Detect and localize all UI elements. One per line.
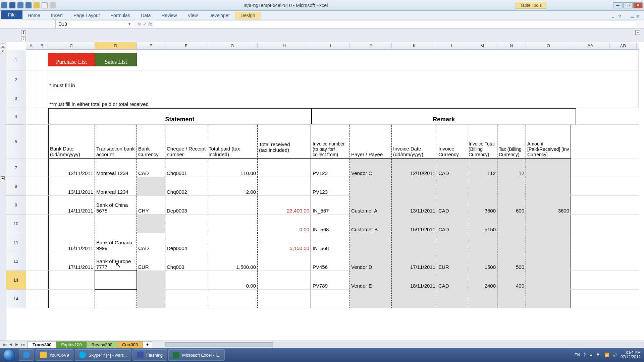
cell[interactable] <box>36 215 48 233</box>
cell[interactable] <box>437 290 467 308</box>
sheet-nav-prev-icon[interactable]: ◀ <box>8 342 13 347</box>
selected-cell[interactable] <box>95 271 137 289</box>
table-header[interactable]: Bank Currency <box>137 125 165 159</box>
col-header[interactable]: G <box>207 42 258 49</box>
cell[interactable] <box>36 108 48 124</box>
save-icon[interactable] <box>9 2 15 8</box>
table-header[interactable]: Invoice Currency <box>437 125 467 159</box>
cell[interactable]: CAD <box>437 215 467 233</box>
cell[interactable] <box>36 159 48 177</box>
minimize-button[interactable]: — <box>613 2 623 8</box>
undo-icon[interactable] <box>17 2 23 8</box>
cell[interactable] <box>26 196 36 214</box>
purchase-list-button[interactable]: Purchase List <box>48 53 95 66</box>
cell[interactable]: CAD <box>137 233 165 252</box>
cell[interactable] <box>165 271 207 289</box>
table-header[interactable]: Bank Date (dd/mm/yyyy) <box>48 125 95 159</box>
cell[interactable]: 600 <box>497 196 526 214</box>
taskbar-excel[interactable]: Microsoft Excel - I... <box>168 349 225 361</box>
cell[interactable] <box>36 290 48 308</box>
cell[interactable] <box>26 271 36 289</box>
cell[interactable] <box>26 252 36 270</box>
cell[interactable]: 17/11/2011 <box>392 252 437 270</box>
sheet-nav-first-icon[interactable]: ⏮ <box>2 342 7 347</box>
cell[interactable] <box>497 290 526 308</box>
fx-icon[interactable]: fx <box>148 21 152 27</box>
cell[interactable]: 3600 <box>467 196 497 214</box>
cell[interactable] <box>392 177 437 195</box>
cell[interactable]: EUR <box>437 252 467 270</box>
cell[interactable]: Chq0001 <box>165 159 207 177</box>
cell[interactable]: 3600 <box>526 196 571 214</box>
cell[interactable] <box>526 215 571 233</box>
cell[interactable]: 2.00 <box>207 177 258 195</box>
cell[interactable] <box>497 233 526 252</box>
cell[interactable] <box>26 290 36 308</box>
table-header[interactable]: Invoice number (to pay for/ collect from… <box>311 125 350 159</box>
cell[interactable] <box>207 233 258 252</box>
cell[interactable] <box>526 159 571 177</box>
cell[interactable] <box>392 290 437 308</box>
row-header[interactable]: 4 <box>6 108 26 125</box>
start-button[interactable] <box>0 348 18 362</box>
cell[interactable]: 12/10/2011 <box>392 159 437 177</box>
sheet-tab[interactable]: RevInv200 <box>87 341 117 348</box>
cell[interactable]: IN_568 <box>311 215 350 233</box>
row-outline-2[interactable]: 2 <box>1 49 5 53</box>
col-header[interactable]: O <box>526 42 571 49</box>
cell[interactable]: Montreal 1234 <box>95 159 137 177</box>
cell[interactable] <box>350 233 392 252</box>
cell[interactable] <box>26 215 36 233</box>
row-header[interactable]: 10 <box>6 215 26 233</box>
cell[interactable] <box>526 252 571 270</box>
cell[interactable]: PV123 <box>311 177 350 195</box>
cell[interactable] <box>258 159 311 177</box>
workbook-window-controls[interactable]: — ▭ ✕ <box>624 14 640 19</box>
clock[interactable]: 3:54 PM 07/12/2012 <box>621 351 641 359</box>
cell[interactable] <box>137 177 165 195</box>
col-header[interactable]: H <box>258 42 311 49</box>
excel-icon[interactable] <box>1 2 7 8</box>
cell[interactable] <box>26 125 36 159</box>
cell[interactable]: IN_568 <box>311 233 350 252</box>
cell[interactable]: CHY <box>137 196 165 214</box>
cell[interactable]: Dep0003 <box>165 196 207 214</box>
cell[interactable] <box>36 252 48 270</box>
scrollbar-thumb[interactable] <box>166 342 273 347</box>
tab-view[interactable]: View <box>182 12 203 19</box>
cell[interactable] <box>137 290 165 308</box>
cell[interactable]: 12 <box>497 159 526 177</box>
row-header[interactable]: 13 <box>6 271 26 290</box>
cell[interactable] <box>26 159 36 177</box>
open-icon[interactable] <box>34 2 40 8</box>
table-header[interactable]: Payer / Payee <box>350 125 392 159</box>
col-header[interactable]: J <box>350 42 392 49</box>
cell[interactable]: 2400 <box>467 271 497 289</box>
cell[interactable]: 5150 <box>467 215 497 233</box>
cell[interactable]: 17/11/2011 <box>48 252 95 270</box>
cell[interactable]: Bank of Canada 9999 <box>95 233 137 252</box>
col-header[interactable]: D <box>95 42 137 49</box>
tab-file[interactable]: File <box>1 10 22 19</box>
cell[interactable]: IN_567 <box>311 196 350 214</box>
cell[interactable] <box>497 215 526 233</box>
cell[interactable] <box>350 290 392 308</box>
section-header-remark[interactable]: Remark <box>311 108 576 124</box>
cell[interactable] <box>392 233 437 252</box>
cell[interactable] <box>258 290 311 308</box>
tray-chevron-icon[interactable]: ▲ <box>589 353 593 357</box>
cell[interactable] <box>467 177 497 195</box>
cell[interactable]: 16/11/2011 <box>48 233 95 252</box>
enter-formula-icon[interactable]: ✓ <box>143 21 147 27</box>
cell[interactable]: PV123 <box>311 159 350 177</box>
cell[interactable] <box>526 271 571 289</box>
col-outline-2[interactable]: 2 <box>21 37 26 41</box>
cell[interactable]: EUR <box>137 252 165 270</box>
language-indicator[interactable]: EN <box>575 353 580 357</box>
col-header[interactable]: A <box>26 42 36 49</box>
sheet-tab[interactable]: Curr003 <box>117 341 143 348</box>
sheet-nav-last-icon[interactable]: ⏭ <box>20 342 25 347</box>
cell[interactable] <box>26 70 36 89</box>
row-header[interactable]: 3 <box>6 89 26 108</box>
col-header[interactable]: AA <box>571 42 610 49</box>
